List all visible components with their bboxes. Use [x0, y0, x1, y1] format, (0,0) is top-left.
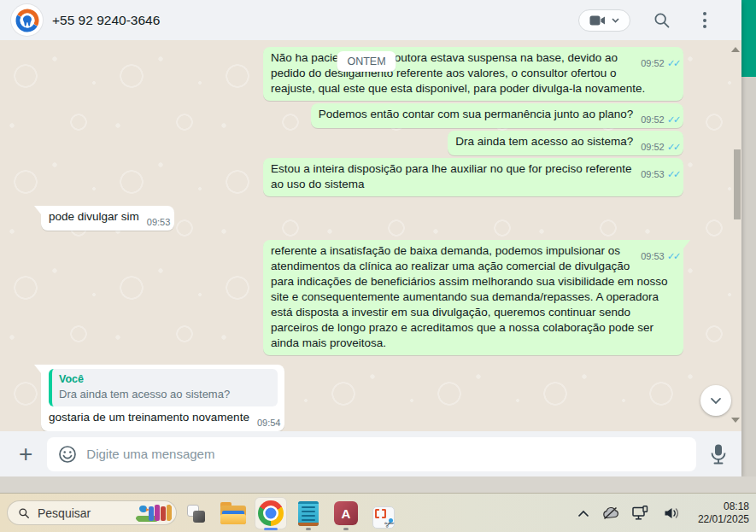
scrollbar-down-arrow[interactable] [731, 418, 740, 423]
show-hidden-icons-button[interactable] [577, 510, 589, 517]
contact-avatar[interactable] [11, 4, 43, 36]
message-meta: 09:54 [257, 418, 281, 429]
snipping-tool-icon: ✂ [372, 506, 395, 529]
whatsapp-window: +55 92 9240-3646 [0, 0, 741, 476]
message-meta: 09:53✓✓ [641, 169, 679, 180]
message-row: 09:53✓✓referente a insatisfação de baixa… [41, 240, 683, 355]
read-ticks-icon: ✓✓ [667, 114, 679, 125]
chrome-active-indicator [264, 528, 278, 530]
outgoing-message-bubble[interactable]: 09:52✓✓Podemos então contar com sua perm… [311, 103, 683, 128]
message-text: Não ha pacientes pois doutora estava sus… [271, 51, 645, 95]
chat-header[interactable]: +55 92 9240-3646 [0, 0, 741, 40]
incoming-message-bubble[interactable]: VocêDra ainda tem acesso ao sistema?09:5… [41, 365, 284, 431]
message-list: 09:52✓✓Não ha pacientes pois doutora est… [0, 40, 741, 431]
chat-scroll-area[interactable]: ONTEM 09:52✓✓Não ha pacientes pois douto… [0, 40, 741, 431]
bird-icon [139, 506, 147, 512]
message-text: Podemos então contar com sua permanência… [319, 108, 634, 120]
scrollbar-up-arrow[interactable] [731, 47, 740, 52]
dental-logo-icon [15, 8, 40, 33]
access-icon: A [334, 501, 358, 525]
quoted-message[interactable]: VocêDra ainda tem acesso ao sistema? [49, 369, 278, 406]
background-window-green-strip [741, 0, 756, 77]
message-text: gostaria de um treinamento novamente [49, 411, 249, 424]
outgoing-message-bubble[interactable]: 09:53✓✓Estou a inteira disposição para l… [263, 158, 683, 196]
kebab-dot [703, 25, 706, 28]
message-text: referente a insatisfação de baixa demand… [271, 244, 668, 349]
message-meta: 09:52✓✓ [641, 114, 679, 126]
message-time: 09:52 [641, 114, 665, 125]
pc-network-icon [632, 506, 651, 521]
video-call-button[interactable] [578, 9, 630, 32]
outgoing-message-bubble[interactable]: 09:52✓✓Dra ainda tem acesso ao sistema? [448, 131, 683, 155]
message-text: Estou a inteira disposição para lhe auxi… [271, 162, 632, 190]
taskbar-clock[interactable]: 08:18 22/01/2025 [698, 500, 749, 526]
background-window-gray-area [741, 77, 756, 493]
onedrive-slash-icon [602, 506, 619, 520]
attach-button[interactable]: + [17, 442, 34, 466]
search-highlight-image [134, 502, 173, 523]
kebab-dot [703, 19, 706, 22]
windows-taskbar: Pesquisar [0, 493, 756, 532]
message-meta: 09:53✓✓ [641, 251, 679, 262]
header-actions [578, 9, 716, 32]
taskbar-app-icons: A ✂ [179, 497, 400, 529]
read-ticks-icon: ✓✓ [667, 251, 679, 261]
message-row: VocêDra ainda tem acesso ao sistema?09:5… [41, 365, 683, 431]
search-icon [18, 507, 30, 519]
quote-author: Você [59, 372, 270, 387]
emoji-icon[interactable] [57, 444, 78, 465]
chat-menu-button[interactable] [694, 9, 716, 32]
file-explorer-button[interactable] [217, 497, 249, 529]
snipping-tool-button[interactable]: ✂ [367, 501, 400, 532]
message-time: 09:52 [641, 58, 665, 68]
search-label: Pesquisar [38, 506, 134, 520]
message-text: Dra ainda tem acesso ao sistema? [455, 135, 633, 148]
scrollbar-thumb[interactable] [734, 149, 741, 219]
task-view-button[interactable] [179, 497, 212, 529]
notepad-icon [298, 501, 319, 526]
message-time: 09:52 [641, 142, 665, 152]
chevron-down-icon [707, 392, 724, 409]
system-tray: 08:18 22/01/2025 [577, 494, 749, 532]
video-camera-icon [589, 15, 606, 26]
scroll-to-bottom-button[interactable] [700, 385, 731, 416]
chrome-icon [258, 500, 284, 526]
outgoing-message-bubble[interactable]: 09:52✓✓Não ha pacientes pois doutora est… [263, 47, 683, 101]
message-meta: 09:52✓✓ [641, 142, 679, 153]
notepad-running-indicator [306, 528, 311, 530]
message-input-container[interactable] [47, 437, 696, 471]
message-input[interactable] [86, 447, 686, 461]
read-ticks-icon: ✓✓ [667, 142, 679, 152]
message-time: 09:54 [257, 418, 281, 428]
message-row: 09:53pode divulgar sim [41, 206, 683, 231]
speaker-icon [664, 506, 680, 520]
message-row: 09:53✓✓Estou a inteira disposição para l… [41, 158, 683, 196]
notepad-button[interactable] [292, 497, 325, 529]
network-status-button[interactable] [632, 506, 651, 521]
incoming-message-bubble[interactable]: 09:53pode divulgar sim [41, 206, 174, 231]
volume-button[interactable] [664, 506, 680, 520]
clock-time: 08:18 [698, 500, 749, 513]
kebab-dot [703, 12, 706, 15]
taskbar-search-box[interactable]: Pesquisar [7, 500, 177, 525]
chrome-button[interactable] [255, 497, 287, 529]
message-meta: 09:53 [147, 217, 171, 228]
desktop-background-band [0, 476, 756, 493]
message-time: 09:53 [641, 169, 665, 179]
outgoing-message-bubble[interactable]: 09:53✓✓referente a insatisfação de baixa… [263, 240, 683, 355]
onedrive-status-button[interactable] [602, 506, 619, 520]
message-text: pode divulgar sim [49, 210, 139, 223]
read-ticks-icon: ✓✓ [667, 58, 679, 68]
desktop-screen: +55 92 9240-3646 [0, 0, 756, 532]
message-composer: + [0, 431, 741, 476]
access-button[interactable]: A [330, 497, 362, 529]
microphone-button[interactable] [709, 443, 728, 465]
task-view-icon [187, 505, 205, 523]
file-explorer-icon [220, 506, 246, 524]
message-row: 09:52✓✓Podemos então contar com sua perm… [41, 103, 683, 128]
message-meta: 09:52✓✓ [641, 58, 679, 69]
message-time: 09:53 [641, 251, 665, 261]
search-in-chat-button[interactable] [651, 9, 673, 32]
access-running-indicator [343, 528, 349, 530]
chevron-up-icon [577, 510, 589, 517]
